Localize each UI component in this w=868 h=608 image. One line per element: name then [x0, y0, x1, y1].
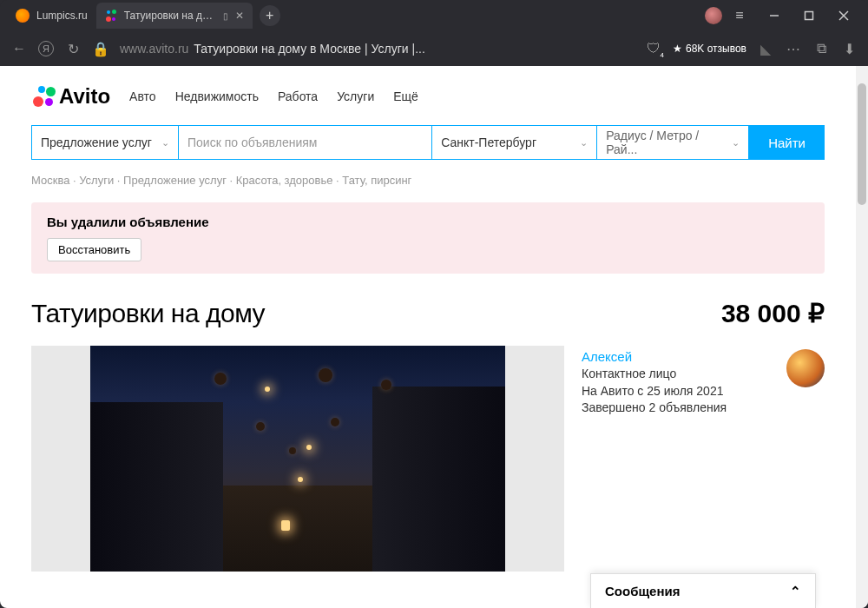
svg-rect-1: [806, 12, 813, 20]
nav-auto[interactable]: Авто: [129, 89, 156, 103]
tab-label: Lumpics.ru: [36, 10, 88, 22]
crumb[interactable]: Тату, пирсинг: [342, 174, 411, 187]
download-icon[interactable]: ⬇: [840, 40, 858, 57]
more-icon[interactable]: ⋯: [785, 40, 802, 57]
seller-avatar[interactable]: [786, 349, 825, 387]
deleted-alert: Вы удалили объявление Восстановить: [31, 202, 825, 274]
address-bar: ← Я ↻ 🔒 www.avito.ru Татуировки на дому …: [0, 31, 868, 66]
search-button[interactable]: Найти: [749, 125, 825, 160]
nav-realty[interactable]: Недвижимость: [175, 89, 259, 103]
seller-completed: Завершено 2 объявления: [582, 400, 825, 417]
category-select[interactable]: Предложение услуг ⌄: [31, 125, 179, 160]
listing-header: Татуировки на дому 38 000 ₽: [31, 298, 825, 328]
crumb[interactable]: Услуги: [79, 174, 114, 187]
seller-panel: Алексей Контактное лицо На Авито с 25 ию…: [582, 346, 825, 572]
nav-services[interactable]: Услуги: [337, 89, 374, 103]
tab-lumpics[interactable]: Lumpics.ru: [7, 3, 96, 29]
city-select[interactable]: Санкт-Петербург ⌄: [432, 125, 597, 160]
listing-title: Татуировки на дому: [31, 299, 265, 328]
url-domain: www.avito.ru: [120, 42, 188, 56]
crumb[interactable]: Предложение услуг: [123, 174, 227, 187]
avito-logo[interactable]: Avito: [31, 84, 110, 109]
new-tab-button[interactable]: +: [260, 5, 280, 26]
listing-price: 38 000 ₽: [721, 298, 825, 328]
url-field[interactable]: www.avito.ru Татуировки на дому в Москве…: [120, 42, 635, 56]
minimize-button[interactable]: [757, 3, 792, 29]
maximize-button[interactable]: [792, 3, 826, 29]
site-icon: [16, 9, 30, 23]
bookmark-icon[interactable]: ◣: [757, 40, 774, 57]
tab-label: Татуировки на дому в: [124, 10, 216, 22]
seller-since: На Авито с 25 июля 2021: [582, 383, 825, 400]
chevron-down-icon: ⌄: [732, 137, 740, 149]
site-header: Avito Авто Недвижимость Работа Услуги Ещ…: [31, 75, 825, 118]
protect-icon[interactable]: 🛡: [645, 40, 662, 57]
gallery[interactable]: [31, 346, 564, 572]
url-path: Татуировки на дому в Москве | Услуги |..…: [194, 42, 424, 56]
search-input[interactable]: Поиск по объявлениям: [179, 125, 432, 160]
listing-body: Алексей Контактное лицо На Авито с 25 ию…: [31, 346, 825, 572]
chevron-up-icon: ⌃: [790, 584, 801, 599]
profile-avatar[interactable]: [705, 7, 722, 24]
nav-more[interactable]: Ещё: [393, 89, 418, 103]
restore-button[interactable]: Восстановить: [47, 238, 141, 261]
listing-photo: [90, 346, 506, 572]
alert-title: Вы удалили объявление: [47, 215, 809, 229]
star-icon: ★: [673, 43, 682, 55]
crumb[interactable]: Москва: [31, 174, 69, 187]
yandex-icon[interactable]: Я: [38, 41, 54, 56]
menu-icon[interactable]: ≡: [722, 3, 757, 29]
breadcrumb: Москва · Услуги · Предложение услуг · Кр…: [31, 174, 825, 187]
crumb[interactable]: Красота, здоровье: [236, 174, 333, 187]
reviews-badge[interactable]: ★ 68K отзывов: [673, 43, 746, 55]
speaker-icon: ▯: [223, 11, 228, 21]
lock-icon: 🔒: [92, 40, 109, 57]
back-button[interactable]: ←: [10, 40, 28, 57]
reload-button[interactable]: ↻: [64, 40, 82, 57]
close-tab-icon[interactable]: ✕: [235, 10, 244, 22]
radius-select[interactable]: Радиус / Метро / Рай... ⌄: [597, 125, 749, 160]
chevron-down-icon: ⌄: [580, 137, 588, 149]
site-icon: [105, 9, 117, 23]
messages-widget[interactable]: Сообщения ⌃: [590, 573, 816, 608]
search-bar: Предложение услуг ⌄ Поиск по объявлениям…: [31, 125, 825, 160]
browser-titlebar: Lumpics.ru Татуировки на дому в ▯ ✕ + ≡: [0, 0, 868, 31]
messages-label: Сообщения: [605, 584, 680, 598]
page-content: Avito Авто Недвижимость Работа Услуги Ещ…: [0, 66, 868, 608]
reviews-text: 68K отзывов: [686, 43, 746, 55]
chevron-down-icon: ⌄: [161, 137, 169, 149]
nav-jobs[interactable]: Работа: [278, 89, 318, 103]
close-window-button[interactable]: [826, 3, 861, 29]
tab-avito[interactable]: Татуировки на дому в ▯ ✕: [96, 3, 253, 29]
extensions-icon[interactable]: ⧉: [812, 40, 830, 57]
scrollbar[interactable]: [856, 66, 868, 608]
